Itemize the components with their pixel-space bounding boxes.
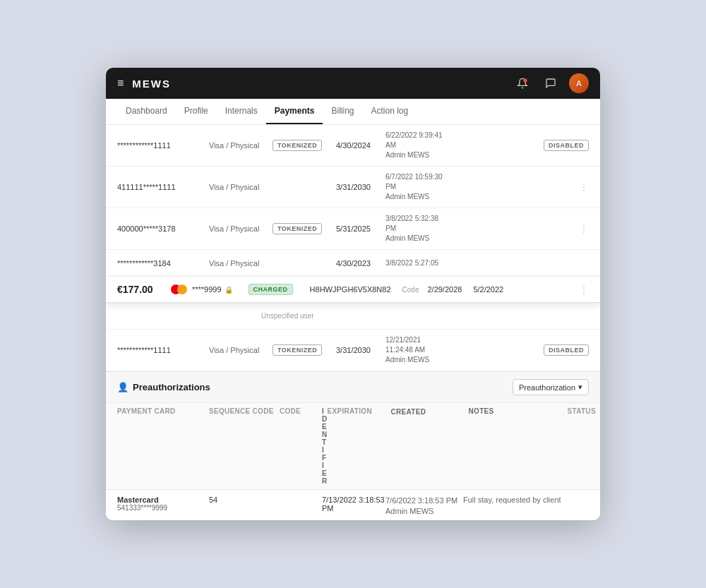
card-number: ************1111: [117, 346, 209, 354]
th-code: Code: [280, 407, 322, 485]
card-type: Visa / Physical: [209, 346, 273, 354]
card-number: 411111*****1111: [117, 183, 209, 191]
payment-row: 400000*****3178 Visa / Physical TOKENIZE…: [106, 208, 600, 250]
tab-payments[interactable]: Payments: [266, 99, 323, 124]
more-options-button[interactable]: ⋮: [575, 181, 589, 193]
main-window: ≡ MEWS A Dashboard Profile Internals Pay…: [106, 68, 600, 520]
unspecified-user-label: Unspecified user: [261, 312, 313, 320]
th-expiration: Expiration: [328, 407, 391, 485]
preauth-section-header: 👤 Preauthorizations Preauthorization ▾: [106, 371, 600, 403]
tokenized-badge: TOKENIZED: [273, 140, 322, 151]
expanded-more-options-button[interactable]: ⋮: [579, 284, 589, 295]
th-notes: Notes: [469, 407, 568, 485]
badge-container: TOKENIZED: [273, 140, 336, 151]
topbar: ≡ MEWS A: [106, 68, 600, 99]
tab-internals[interactable]: Internals: [217, 99, 266, 124]
tokenized-badge: TOKENIZED: [273, 344, 322, 356]
status-container: DISABLED: [532, 140, 589, 151]
payment-row: 411111*****1111 Visa / Physical 3/31/203…: [106, 167, 600, 208]
disabled-badge: DISABLED: [544, 344, 589, 356]
lock-icon: 🔒: [225, 286, 233, 294]
expanded-payment-row: €177.00 ****9999 🔒 CHARGED H8HWJPGH6V5X8…: [106, 277, 600, 303]
card-number: 541333****9999: [117, 504, 209, 512]
card-type: Visa / Physical: [209, 224, 273, 233]
created-info: 3/8/2022 5:32:38 PM Admin MEWS: [385, 214, 518, 244]
status-container: DISABLED: [532, 344, 589, 356]
preauth-card: Mastercard 541333****9999: [117, 496, 209, 512]
avatar[interactable]: A: [569, 73, 589, 93]
expiry-date: 3/31/2030: [336, 183, 385, 191]
bell-icon[interactable]: [513, 73, 532, 93]
notes: Full stay, requested by client: [463, 496, 562, 504]
expiry-date: 4/30/2023: [336, 259, 385, 268]
card-number: ************3184: [117, 259, 209, 268]
expiry-date: 5/31/2025: [336, 224, 385, 233]
created-info: 6/22/2022 9:39:41 AM Admin MEWS: [385, 131, 532, 160]
logo: MEWS: [132, 78, 513, 90]
charge-status-badge: CHARGED: [249, 284, 293, 295]
th-status: Status: [568, 407, 600, 485]
created-info: 12/21/2021 11:24:48 AM Admin MEWS: [385, 335, 532, 365]
expiry: 7/13/2022 3:18:53 PM: [322, 496, 385, 512]
expiry-date: 3/31/2030: [336, 346, 385, 354]
payment-amount: €177.00: [117, 284, 167, 295]
created-info: 6/7/2022 10:59:30 PM Admin MEWS: [385, 172, 518, 202]
topbar-icons: A: [513, 73, 589, 93]
table-header: Payment card Sequence code Code Identifi…: [106, 403, 600, 490]
payment-row: ************1111 Visa / Physical TOKENIZ…: [106, 125, 600, 167]
preauth-icon: 👤: [117, 382, 128, 392]
payment-row-unspecified: Unspecified user: [106, 303, 600, 330]
created: 7/6/2022 3:18:53 PM Admin MEWS: [385, 496, 463, 517]
preauth-table: Payment card Sequence code Code Identifi…: [106, 403, 600, 520]
disabled-badge: DISABLED: [544, 140, 589, 151]
card-name: Mastercard: [117, 496, 209, 504]
preauth-table-row: Mastercard 541333****9999 54 7/13/2022 3…: [106, 490, 600, 520]
chevron-down-icon: ▾: [578, 383, 582, 392]
content-area: ************1111 Visa / Physical TOKENIZ…: [106, 125, 600, 520]
tab-action-log[interactable]: Action log: [362, 99, 417, 124]
sequence-code: 54: [209, 496, 280, 504]
card-type: Visa / Physical: [209, 141, 273, 150]
payment-row: ************3184 Visa / Physical 4/30/20…: [106, 250, 600, 277]
payment-row: ************1111 Visa / Physical TOKENIZ…: [106, 330, 600, 371]
preauthorization-button[interactable]: Preauthorization ▾: [513, 379, 589, 395]
expanded-card-num: ****9999: [192, 285, 222, 294]
th-payment-card: Payment card: [117, 407, 209, 485]
menu-icon[interactable]: ≡: [117, 77, 124, 90]
tab-billing[interactable]: Billing: [323, 99, 362, 124]
th-sequence-code: Sequence code: [209, 407, 280, 485]
expiry-date-expanded: 2/29/2028: [427, 285, 462, 294]
preauth-title: 👤 Preauthorizations: [117, 382, 210, 392]
payment-date: 5/2/2022: [473, 285, 503, 294]
tab-profile[interactable]: Profile: [176, 99, 217, 124]
badge-container: TOKENIZED: [273, 223, 336, 234]
nav-tabs: Dashboard Profile Internals Payments Bil…: [106, 99, 600, 125]
chat-icon[interactable]: [541, 73, 561, 93]
more-options-button[interactable]: ⋮: [575, 223, 589, 234]
code-label: Code: [402, 286, 419, 294]
badge-container: TOKENIZED: [273, 344, 336, 356]
card-number: 400000*****3178: [117, 224, 209, 233]
created-info: 3/8/2022 5:27:05: [385, 258, 532, 268]
card-number: ************1111: [117, 141, 209, 150]
tokenized-badge: TOKENIZED: [273, 223, 322, 234]
svg-point-0: [523, 78, 527, 82]
tab-dashboard[interactable]: Dashboard: [117, 99, 176, 124]
th-created: Created: [391, 407, 469, 485]
th-identifier: Identifier: [322, 407, 328, 485]
expiry-date: 4/30/2024: [336, 141, 385, 150]
mastercard-icon: [171, 284, 188, 295]
card-type: Visa / Physical: [209, 183, 273, 191]
card-type: Visa / Physical: [209, 259, 273, 268]
transaction-code: H8HWJPGH6V5X8N82: [310, 285, 391, 294]
